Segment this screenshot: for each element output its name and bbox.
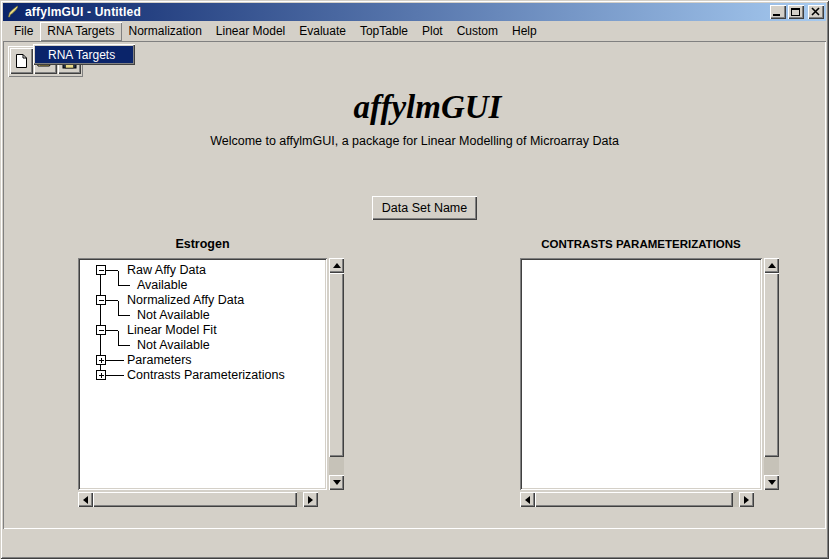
left-vertical-scrollbar[interactable]: [329, 258, 344, 490]
scroll-down-icon: [333, 480, 341, 485]
scroll-right-icon: [744, 496, 749, 504]
titlebar[interactable]: affylmGUI - Untitled: [3, 3, 826, 21]
maximize-button[interactable]: [788, 5, 804, 19]
new-document-icon: [15, 53, 28, 69]
tk-feather-icon: [6, 5, 20, 19]
client-area: RNA Targets affylmGUI Welcome to affylmG…: [3, 41, 826, 529]
tree-item-not-available[interactable]: Not Available: [137, 338, 210, 352]
scrollbar-thumb[interactable]: [535, 492, 733, 507]
tree-toggle-minus[interactable]: [97, 266, 106, 275]
close-button[interactable]: [808, 5, 824, 19]
maximize-icon: [791, 8, 800, 16]
menu-help[interactable]: Help: [505, 22, 544, 41]
welcome-text: Welcome to affylmGUI, a package for Line…: [3, 134, 826, 148]
tree-item-contrasts-parameterizations[interactable]: Contrasts Parameterizations: [127, 368, 285, 382]
scroll-right-icon: [308, 496, 313, 504]
right-vertical-scrollbar[interactable]: [764, 258, 779, 490]
app-title-heading: affylmGUI: [3, 89, 829, 126]
menu-linear-model[interactable]: Linear Model: [209, 22, 292, 41]
close-icon: [808, 5, 824, 19]
minimize-button[interactable]: [770, 5, 786, 19]
scroll-left-button[interactable]: [78, 492, 93, 507]
scroll-down-button[interactable]: [764, 475, 779, 490]
scrollbar-thumb[interactable]: [329, 273, 344, 457]
status-tree-listbox[interactable]: Raw Affy Data Available Normalized Affy …: [78, 258, 327, 490]
menu-evaluate[interactable]: Evaluate: [292, 22, 353, 41]
tree-item-linear-model-fit[interactable]: Linear Model Fit: [127, 323, 217, 337]
tree-item-normalized-affy-data[interactable]: Normalized Affy Data: [127, 293, 244, 307]
app-window: affylmGUI - Untitled File RNA Targets No…: [0, 0, 829, 559]
menubar: File RNA Targets Normalization Linear Mo…: [3, 21, 826, 41]
tree-toggle-plus[interactable]: [97, 356, 106, 365]
tree-item-parameters[interactable]: Parameters: [127, 353, 192, 367]
menu-rna-targets[interactable]: RNA Targets: [40, 22, 121, 41]
minimize-icon: [773, 14, 780, 16]
right-panel-title: CONTRASTS PARAMETERIZATIONS: [520, 238, 762, 250]
scroll-down-button[interactable]: [329, 475, 344, 490]
scroll-up-button[interactable]: [764, 258, 779, 273]
status-tree: Raw Affy Data Available Normalized Affy …: [80, 260, 325, 488]
scroll-left-icon: [83, 496, 88, 504]
left-panel-title: Estrogen: [78, 237, 327, 251]
tree-toggle-plus[interactable]: [97, 371, 106, 380]
menu-normalization[interactable]: Normalization: [122, 22, 209, 41]
contrasts-list-empty: [522, 260, 760, 488]
tree-toggle-minus[interactable]: [97, 326, 106, 335]
scroll-right-button[interactable]: [739, 492, 754, 507]
menu-toptable[interactable]: TopTable: [353, 22, 415, 41]
scroll-up-icon: [768, 263, 776, 268]
rna-targets-dropdown-menu: RNA Targets: [33, 44, 135, 65]
left-horizontal-scrollbar[interactable]: [78, 492, 318, 507]
scroll-down-icon: [768, 480, 776, 485]
scroll-up-button[interactable]: [329, 258, 344, 273]
tree-item-raw-affy-data[interactable]: Raw Affy Data: [127, 263, 206, 277]
scroll-left-icon: [525, 496, 530, 504]
data-set-name-button[interactable]: Data Set Name: [372, 196, 477, 220]
contrasts-listbox[interactable]: [520, 258, 762, 490]
statusbar: [3, 529, 826, 555]
scrollbar-thumb[interactable]: [93, 492, 297, 507]
new-file-button[interactable]: [10, 48, 33, 74]
scroll-right-button[interactable]: [303, 492, 318, 507]
window-title: affylmGUI - Untitled: [25, 5, 768, 19]
scroll-left-button[interactable]: [520, 492, 535, 507]
scroll-up-icon: [333, 263, 341, 268]
scrollbar-thumb[interactable]: [764, 273, 779, 457]
dropdown-item-rna-targets[interactable]: RNA Targets: [35, 46, 133, 63]
menu-file[interactable]: File: [7, 22, 40, 41]
menu-plot[interactable]: Plot: [415, 22, 450, 41]
tree-toggle-minus[interactable]: [97, 296, 106, 305]
tree-item-not-available[interactable]: Not Available: [137, 308, 210, 322]
menu-custom[interactable]: Custom: [450, 22, 505, 41]
right-horizontal-scrollbar[interactable]: [520, 492, 754, 507]
tree-item-available[interactable]: Available: [137, 278, 188, 292]
